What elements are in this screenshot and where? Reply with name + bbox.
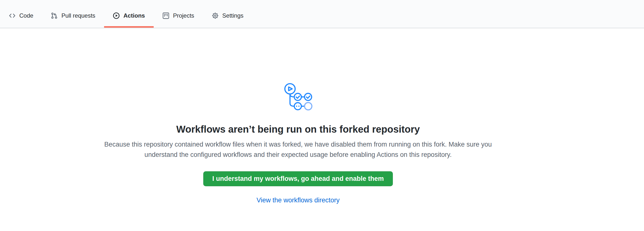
tab-settings[interactable]: Settings — [203, 4, 252, 28]
page-title: Workflows aren’t being run on this forke… — [176, 123, 420, 135]
repo-tab-bar: Code Pull requests Actions — [0, 0, 644, 28]
workflows-directory-link[interactable]: View the workflows directory — [256, 196, 340, 204]
tab-projects[interactable]: Projects — [154, 4, 203, 28]
page-description: Because this repository contained workfl… — [101, 139, 496, 160]
gear-icon — [212, 12, 219, 19]
actions-blankslate: Workflows aren’t being run on this forke… — [0, 28, 596, 204]
git-pull-request-icon — [51, 12, 58, 19]
tab-pull-requests[interactable]: Pull requests — [42, 4, 104, 28]
tab-label: Pull requests — [61, 12, 95, 19]
enable-workflows-button[interactable]: I understand my workflows, go ahead and … — [203, 171, 393, 186]
tab-code[interactable]: Code — [0, 4, 42, 28]
project-icon — [162, 12, 169, 19]
tab-actions[interactable]: Actions — [104, 4, 154, 28]
tab-label: Code — [19, 12, 33, 19]
workflow-graph-icon — [284, 83, 312, 111]
play-icon — [113, 12, 120, 19]
tab-label: Actions — [124, 12, 145, 19]
tab-label: Settings — [222, 12, 244, 19]
code-icon — [9, 12, 16, 19]
tab-label: Projects — [173, 12, 194, 19]
